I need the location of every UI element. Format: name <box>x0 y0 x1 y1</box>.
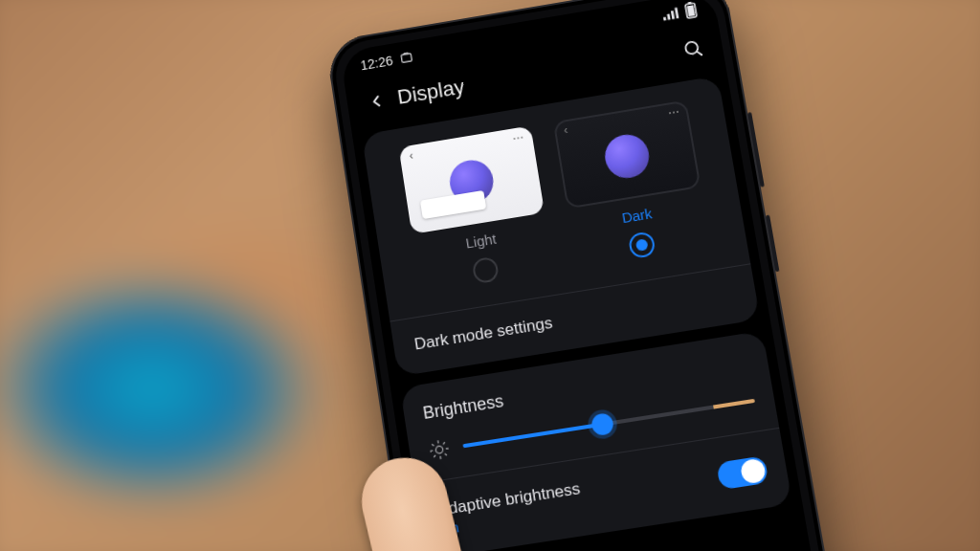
brightness-slider-thumb[interactable] <box>590 412 615 436</box>
theme-label-dark: Dark <box>621 205 654 226</box>
svg-line-15 <box>433 444 434 445</box>
radio-dark[interactable] <box>628 231 657 259</box>
status-time: 12:26 <box>360 53 394 73</box>
svg-line-16 <box>445 453 446 454</box>
svg-line-9 <box>697 51 702 55</box>
search-icon <box>680 36 704 60</box>
phone: 12:26 <box>325 0 873 551</box>
back-button[interactable] <box>358 83 394 120</box>
svg-rect-0 <box>401 54 412 62</box>
svg-line-18 <box>443 443 444 444</box>
theme-option-light[interactable]: ‹ Light <box>398 125 554 293</box>
scene: 12:26 <box>0 0 980 551</box>
svg-rect-1 <box>663 17 666 21</box>
search-button[interactable] <box>674 31 711 67</box>
dark-mode-settings-label: Dark mode settings <box>413 314 554 354</box>
svg-line-17 <box>434 455 434 456</box>
adaptive-brightness-row[interactable]: Adaptive brightness On <box>436 451 769 538</box>
svg-point-10 <box>435 446 443 453</box>
theme-option-dark[interactable]: ‹ Dark <box>553 99 712 268</box>
theme-label-light: Light <box>464 231 497 252</box>
chevron-left-icon <box>366 91 387 112</box>
svg-point-8 <box>684 41 699 55</box>
sun-icon <box>428 438 452 462</box>
theme-preview-light: ‹ <box>398 125 545 234</box>
theme-preview-dark: ‹ <box>553 99 702 209</box>
adaptive-brightness-toggle[interactable] <box>716 455 768 490</box>
battery-icon <box>684 1 699 19</box>
screenshot-icon <box>399 51 414 66</box>
svg-rect-7 <box>687 5 696 16</box>
svg-rect-2 <box>667 13 671 19</box>
theme-options: ‹ Light ‹ Dark <box>383 98 727 296</box>
svg-rect-4 <box>675 8 679 19</box>
radio-light[interactable] <box>472 256 500 285</box>
svg-rect-3 <box>671 11 675 19</box>
signal-icon <box>661 6 680 21</box>
page-title: Display <box>395 75 466 109</box>
